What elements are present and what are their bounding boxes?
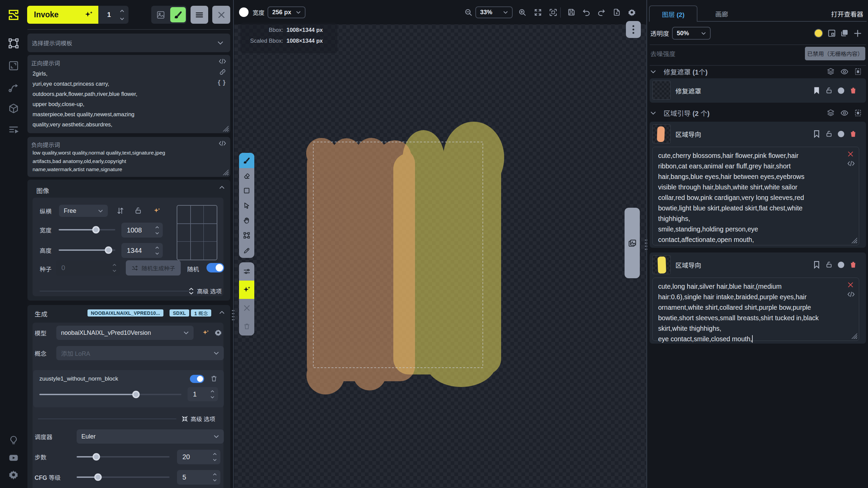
bookmark-icon[interactable]: [813, 261, 820, 269]
eyedropper-tool-button[interactable]: [239, 243, 254, 258]
steps-slider[interactable]: [77, 456, 170, 458]
settings-gear-icon[interactable]: [8, 469, 19, 480]
model-select[interactable]: noobaiXLNAIXL_vPred10Version: [56, 326, 194, 340]
divider-grip[interactable]: [232, 309, 234, 322]
scheduler-select[interactable]: Euler: [77, 429, 224, 444]
lock-aspect-icon[interactable]: [134, 207, 142, 215]
save-icon[interactable]: [567, 8, 575, 16]
rect-tool-button[interactable]: [239, 183, 254, 198]
nav-models-icon[interactable]: [7, 102, 20, 115]
redo-icon[interactable]: [597, 8, 606, 17]
select-object-icon[interactable]: [854, 109, 862, 117]
resize-handle-icon[interactable]: [223, 169, 229, 175]
lora-enabled-toggle[interactable]: [190, 375, 204, 383]
merge-layers-icon[interactable]: [827, 67, 835, 76]
bookmark-icon[interactable]: [813, 87, 820, 95]
pan-tool-button[interactable]: [239, 213, 254, 228]
visibility-eye-icon[interactable]: [840, 109, 849, 117]
inpaint-mask-layer-card[interactable]: 修复遮罩: [650, 78, 866, 103]
random-seed-button[interactable]: 随机生成种子: [126, 260, 181, 276]
move-tool-button[interactable]: [239, 198, 254, 213]
select-object-icon[interactable]: [854, 68, 862, 76]
resize-handle-icon[interactable]: [851, 333, 857, 339]
gallery-pull-tab[interactable]: [625, 208, 640, 278]
resize-handle-icon[interactable]: [223, 126, 229, 131]
fit-bbox-icon[interactable]: [549, 8, 557, 17]
tab-gallery[interactable]: 画廊: [697, 5, 746, 22]
optimize-size-sparkles-icon[interactable]: [153, 207, 161, 215]
collapse-chevron-icon[interactable]: [219, 186, 225, 189]
collapse-chevron-icon[interactable]: [219, 311, 225, 314]
nav-canvas-icon[interactable]: [7, 37, 20, 49]
width-steppers[interactable]: [155, 226, 159, 235]
image-mode-button[interactable]: [151, 6, 170, 24]
bbox-tool-button[interactable]: [239, 228, 254, 243]
add-layer-icon[interactable]: [853, 29, 862, 38]
tab-layers[interactable]: 图层 (2): [649, 5, 697, 22]
delete-layer-icon[interactable]: [850, 261, 857, 268]
height-slider[interactable]: [59, 249, 115, 251]
region-prompt-input[interactable]: cute,long hair,silver hair,blue hair,(me…: [658, 281, 848, 344]
code-icon[interactable]: [847, 161, 855, 166]
height-steppers[interactable]: [155, 246, 159, 255]
canvas-mode-button[interactable]: [170, 7, 186, 22]
merge-layers-icon[interactable]: [827, 109, 835, 117]
opacity-select[interactable]: 50%: [672, 27, 711, 40]
positive-prompt-input[interactable]: 2girls, yuri,eye contact,princess carry,…: [33, 68, 216, 129]
width-input[interactable]: 1008: [121, 223, 163, 238]
delete-tool-button[interactable]: [239, 317, 254, 336]
queue-count-arrows[interactable]: [120, 9, 124, 20]
region-prompt-input[interactable]: cute,cherry blossoms,hair flower,pink fl…: [658, 150, 845, 245]
region-layer-card[interactable]: 区域导向 cute,long hair,silver hair,blue hai…: [650, 252, 866, 344]
region-prompt-box[interactable]: cute,long hair,silver hair,blue hair,(me…: [652, 278, 859, 341]
region-layer-card[interactable]: 区域导向 cute,cherry blossoms,hair flower,pi…: [650, 122, 866, 248]
brush-size-select[interactable]: 256 px: [268, 6, 305, 18]
prompt-template-select[interactable]: 选择提示词模板: [27, 34, 230, 52]
delete-layer-icon[interactable]: [850, 130, 857, 138]
divider-grip[interactable]: [645, 239, 647, 251]
nav-workflows-icon[interactable]: [7, 82, 20, 94]
panel-resize-divider[interactable]: [233, 0, 234, 488]
queue-count-stepper[interactable]: 1: [98, 6, 129, 24]
canvas-menu-button[interactable]: [626, 21, 641, 38]
negative-prompt-box[interactable]: 负向提示词 low quality,worst quality,normal q…: [27, 137, 230, 177]
cancel-button[interactable]: [212, 6, 230, 24]
aspect-select[interactable]: Free: [59, 205, 108, 217]
regional-guidance-group-header[interactable]: 区域引导 (2 个): [650, 108, 866, 118]
invoke-tool-button[interactable]: [239, 281, 254, 299]
swap-dimensions-icon[interactable]: [116, 207, 124, 215]
resize-handle-icon[interactable]: [851, 238, 857, 243]
lora-weight-input[interactable]: 1: [188, 387, 218, 401]
zoom-select[interactable]: 33%: [475, 6, 513, 18]
steps-input[interactable]: 20: [177, 450, 220, 464]
nav-queue-icon[interactable]: [7, 123, 20, 136]
eraser-tool-button[interactable]: [239, 168, 254, 183]
code-icon[interactable]: [219, 58, 226, 64]
nav-upscale-icon[interactable]: [7, 60, 20, 72]
canvas-settings-gear-icon[interactable]: [628, 8, 636, 17]
braces-icon[interactable]: { }: [218, 79, 226, 86]
lora-select[interactable]: 添加 LoRA: [56, 346, 224, 360]
brush-color-swatch[interactable]: [239, 7, 249, 17]
region-layer-1-paint[interactable]: [306, 138, 415, 394]
lock-icon[interactable]: [825, 87, 833, 94]
lora-weight-steppers[interactable]: [210, 390, 215, 399]
youtube-icon[interactable]: [8, 452, 19, 463]
fit-layer-icon[interactable]: [827, 29, 836, 38]
bookmark-icon[interactable]: [813, 130, 820, 138]
undo-icon[interactable]: [582, 8, 591, 17]
lora-trash-icon[interactable]: [210, 375, 218, 382]
remove-prompt-icon[interactable]: [847, 150, 854, 158]
support-bulb-icon[interactable]: [8, 435, 19, 446]
open-viewer-button[interactable]: 打开查看器: [831, 9, 863, 18]
seed-input[interactable]: 0: [56, 260, 120, 276]
layer-color-dot[interactable]: [838, 87, 844, 94]
duplicate-layer-icon[interactable]: [840, 29, 849, 37]
delete-layer-icon[interactable]: [850, 87, 857, 94]
zoom-out-icon[interactable]: [464, 8, 473, 17]
layer-color-dot[interactable]: [838, 262, 844, 268]
remove-prompt-icon[interactable]: [847, 281, 854, 288]
generation-advanced-options[interactable]: 高级 选项: [182, 414, 215, 423]
code-icon[interactable]: [847, 291, 855, 297]
model-settings-gear-icon[interactable]: [214, 329, 222, 337]
